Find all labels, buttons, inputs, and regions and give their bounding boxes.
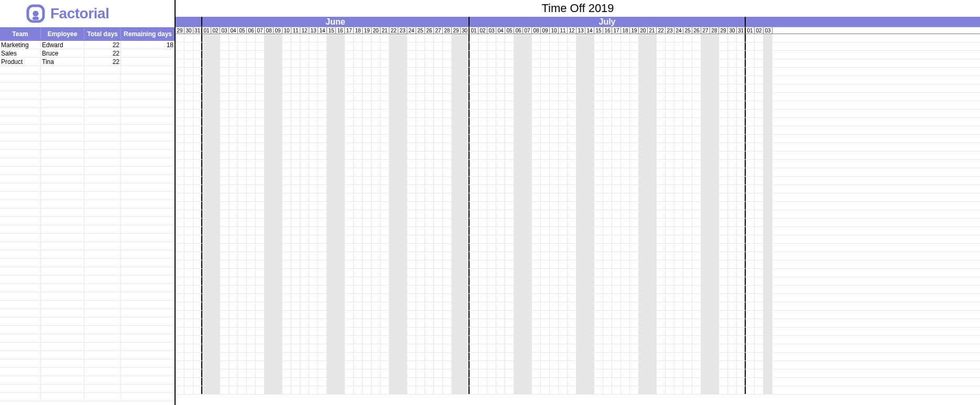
calendar-cell[interactable]	[594, 344, 603, 352]
calendar-cell[interactable]	[505, 84, 514, 92]
cell-employee[interactable]	[41, 334, 84, 342]
calendar-cell[interactable]	[256, 135, 265, 143]
calendar-cell[interactable]	[612, 160, 621, 168]
calendar-cell[interactable]	[461, 302, 470, 310]
cell-team[interactable]	[0, 217, 41, 225]
calendar-cell[interactable]	[300, 269, 309, 277]
calendar-cell[interactable]	[452, 84, 461, 92]
calendar-cell[interactable]	[389, 110, 398, 117]
calendar-cell[interactable]	[648, 319, 657, 327]
calendar-cell[interactable]	[487, 51, 496, 59]
calendar-cell[interactable]	[202, 244, 211, 251]
calendar-cell[interactable]	[478, 202, 487, 210]
calendar-cell[interactable]	[523, 168, 532, 176]
calendar-cell[interactable]	[309, 218, 318, 226]
calendar-cell[interactable]	[282, 286, 291, 293]
calendar-cell[interactable]	[354, 76, 363, 84]
calendar-cell[interactable]	[193, 378, 202, 386]
calendar-cell[interactable]	[229, 135, 238, 143]
calendar-cell[interactable]	[728, 59, 737, 67]
calendar-cell[interactable]	[728, 344, 737, 352]
calendar-cell[interactable]	[550, 311, 559, 319]
calendar-cell[interactable]	[737, 135, 746, 143]
calendar-cell[interactable]	[220, 386, 229, 394]
calendar-cell[interactable]	[470, 110, 478, 117]
calendar-cell[interactable]	[443, 143, 452, 151]
calendar-cell[interactable]	[719, 68, 728, 75]
calendar-cell[interactable]	[256, 244, 265, 251]
calendar-cell[interactable]	[746, 327, 755, 335]
calendar-cell[interactable]	[380, 93, 389, 101]
calendar-cell[interactable]	[238, 177, 247, 184]
calendar-cell[interactable]	[612, 369, 621, 377]
calendar-cell[interactable]	[300, 193, 309, 201]
calendar-cell[interactable]	[265, 327, 274, 335]
calendar-cell[interactable]	[568, 143, 576, 151]
calendar-cell[interactable]	[630, 160, 639, 168]
calendar-cell[interactable]	[274, 210, 282, 218]
calendar-cell[interactable]	[728, 302, 737, 310]
calendar-cell[interactable]	[211, 202, 220, 210]
calendar-cell[interactable]	[327, 101, 336, 109]
cell-total[interactable]	[84, 150, 121, 158]
calendar-cell[interactable]	[764, 76, 772, 84]
calendar-cell[interactable]	[746, 277, 755, 285]
calendar-cell[interactable]	[327, 177, 336, 184]
calendar-cell[interactable]	[470, 168, 478, 176]
calendar-cell[interactable]	[764, 193, 772, 201]
calendar-cell[interactable]	[692, 277, 701, 285]
calendar-cell[interactable]	[496, 269, 505, 277]
calendar-cell[interactable]	[318, 319, 327, 327]
calendar-cell[interactable]	[238, 84, 247, 92]
cell-employee[interactable]	[41, 292, 84, 300]
calendar-cell[interactable]	[336, 369, 345, 377]
calendar-cell[interactable]	[746, 185, 755, 193]
cell-team[interactable]	[0, 250, 41, 258]
calendar-cell[interactable]	[336, 59, 345, 67]
calendar-cell[interactable]	[764, 260, 772, 268]
calendar-cell[interactable]	[318, 294, 327, 302]
calendar-cell[interactable]	[764, 294, 772, 302]
calendar-cell[interactable]	[256, 378, 265, 386]
calendar-cell[interactable]	[470, 369, 478, 377]
calendar-cell[interactable]	[425, 218, 434, 226]
calendar-cell[interactable]	[639, 353, 648, 360]
calendar-cell[interactable]	[202, 260, 211, 268]
calendar-cell[interactable]	[336, 101, 345, 109]
calendar-cell[interactable]	[612, 378, 621, 386]
calendar-cell[interactable]	[728, 143, 737, 151]
calendar-cell[interactable]	[176, 177, 184, 184]
calendar-cell[interactable]	[265, 218, 274, 226]
calendar-cell[interactable]	[229, 386, 238, 394]
calendar-cell[interactable]	[621, 84, 630, 92]
calendar-cell[interactable]	[532, 135, 541, 143]
calendar-cell[interactable]	[478, 378, 487, 386]
calendar-cell[interactable]	[345, 84, 354, 92]
calendar-cell[interactable]	[523, 344, 532, 352]
calendar-cell[interactable]	[728, 327, 737, 335]
calendar-cell[interactable]	[559, 101, 568, 109]
calendar-cell[interactable]	[407, 68, 416, 75]
calendar-cell[interactable]	[202, 210, 211, 218]
calendar-cell[interactable]	[238, 327, 247, 335]
calendar-cell[interactable]	[452, 210, 461, 218]
calendar-cell[interactable]	[425, 193, 434, 201]
calendar-cell[interactable]	[407, 336, 416, 344]
calendar-cell[interactable]	[639, 93, 648, 101]
calendar-cell[interactable]	[568, 202, 576, 210]
calendar-cell[interactable]	[184, 202, 193, 210]
calendar-cell[interactable]	[576, 126, 585, 134]
calendar-cell[interactable]	[630, 269, 639, 277]
calendar-cell[interactable]	[470, 269, 478, 277]
calendar-cell[interactable]	[594, 185, 603, 193]
calendar-cell[interactable]	[327, 386, 336, 394]
calendar-cell[interactable]	[648, 143, 657, 151]
calendar-cell[interactable]	[380, 151, 389, 159]
calendar-cell[interactable]	[265, 202, 274, 210]
calendar-cell[interactable]	[354, 235, 363, 243]
calendar-cell[interactable]	[345, 353, 354, 360]
calendar-cell[interactable]	[336, 68, 345, 75]
calendar-cell[interactable]	[674, 193, 683, 201]
calendar-cell[interactable]	[568, 369, 576, 377]
calendar-cell[interactable]	[265, 294, 274, 302]
